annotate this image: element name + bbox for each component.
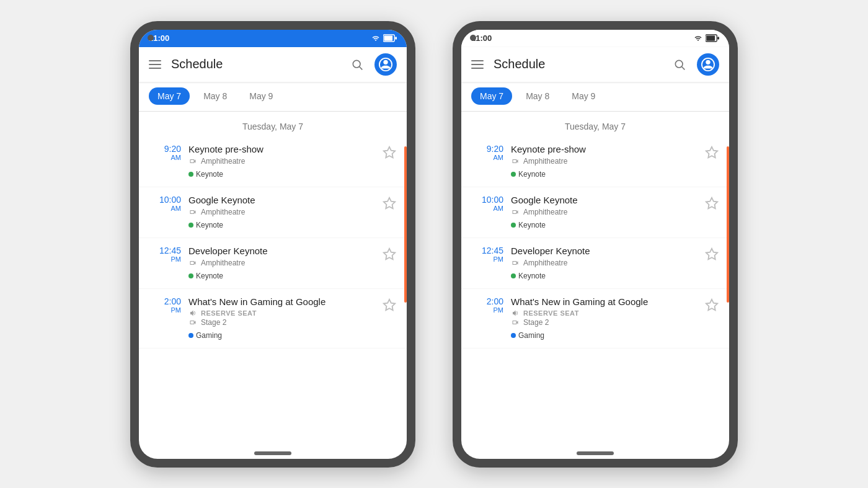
search-icon[interactable]: [672, 57, 687, 72]
session-item-2[interactable]: 12:45PMDeveloper Keynote AmphitheatreKey…: [461, 238, 729, 289]
schedule-scroll[interactable]: Tuesday, May 79:20AMKeynote pre-show Amp…: [139, 112, 407, 459]
svg-point-16: [706, 60, 710, 64]
status-bar: 11:00: [461, 30, 729, 47]
session-tag: Keynote: [188, 272, 223, 280]
session-location: Amphitheatre: [188, 259, 374, 267]
session-title: Google Keynote: [188, 195, 374, 205]
search-icon[interactable]: [350, 57, 365, 72]
phone-screen: 11:00 Schedule May 7May 8May 9Tuesday, M…: [461, 30, 729, 459]
camera-dot: [148, 35, 154, 41]
session-tag: Keynote: [511, 170, 546, 179]
tag-label: Keynote: [518, 272, 546, 280]
date-tab-2[interactable]: May 9: [563, 87, 604, 105]
reserve-badge: RESERVE SEAT: [511, 309, 697, 317]
menu-icon[interactable]: [149, 60, 161, 69]
tag-dot: [188, 223, 193, 228]
session-details: Developer Keynote AmphitheatreKeynote: [511, 246, 697, 281]
location-name: Amphitheatre: [201, 157, 245, 166]
session-item-2[interactable]: 12:45PMDeveloper Keynote AmphitheatreKey…: [139, 238, 407, 289]
session-time-hour: 2:00: [149, 296, 181, 307]
svg-rect-13: [717, 37, 719, 40]
day-header: Tuesday, May 7: [461, 112, 729, 136]
date-tab-2[interactable]: May 9: [241, 87, 281, 105]
session-item-3[interactable]: 2:00PMWhat's New in Gaming at Google RES…: [461, 289, 729, 348]
bookmark-icon[interactable]: [704, 145, 719, 160]
session-details: Google Keynote AmphitheatreKeynote: [188, 195, 374, 230]
session-time-period: PM: [149, 306, 181, 314]
session-item-3[interactable]: 2:00PMWhat's New in Gaming at Google RES…: [139, 289, 407, 348]
schedule-scroll[interactable]: Tuesday, May 79:20AMKeynote pre-show Amp…: [461, 112, 729, 459]
tag-label: Keynote: [196, 221, 223, 229]
session-item-0[interactable]: 9:20AMKeynote pre-show AmphitheatreKeyno…: [139, 136, 407, 187]
tag-label: Keynote: [518, 170, 546, 179]
session-time-period: AM: [471, 154, 503, 162]
location-name: Amphitheatre: [201, 259, 245, 267]
session-time-hour: 2:00: [471, 296, 503, 307]
date-tab-1[interactable]: May 8: [517, 87, 558, 105]
session-time-period: AM: [149, 205, 181, 213]
session-time-period: PM: [471, 306, 503, 314]
date-tabs: May 7May 8May 9: [461, 82, 729, 112]
svg-marker-8: [384, 197, 395, 208]
session-title: Google Keynote: [511, 195, 697, 205]
avatar-icon[interactable]: [374, 53, 397, 76]
bookmark-icon[interactable]: [382, 247, 397, 262]
session-time-hour: 10:00: [471, 195, 503, 205]
session-tag: Gaming: [511, 331, 544, 340]
tag-dot: [188, 172, 193, 177]
session-time: 12:45PM: [149, 246, 181, 264]
bookmark-icon[interactable]: [704, 196, 719, 211]
tag-label: Gaming: [518, 331, 544, 340]
session-location: Stage 2: [188, 318, 374, 327]
session-time: 10:00AM: [149, 195, 181, 213]
session-time-hour: 12:45: [471, 246, 503, 256]
session-title: Keynote pre-show: [188, 144, 374, 154]
session-item-1[interactable]: 10:00AMGoogle Keynote AmphitheatreKeynot…: [461, 187, 729, 238]
session-time: 2:00PM: [149, 296, 181, 315]
session-tag: Gaming: [188, 331, 222, 340]
avatar-icon[interactable]: [697, 53, 719, 76]
status-icons: [693, 34, 719, 42]
session-location: Amphitheatre: [188, 208, 374, 216]
session-details: Google Keynote AmphitheatreKeynote: [511, 195, 697, 230]
bookmark-icon[interactable]: [382, 145, 397, 160]
tag-dot: [188, 273, 193, 278]
session-time: 9:20AM: [471, 144, 503, 162]
phone-1: 11:00 Schedule May 7May 8May 9Tuesday, M…: [130, 21, 415, 468]
bookmark-icon[interactable]: [704, 298, 719, 313]
menu-icon[interactable]: [471, 60, 484, 69]
session-item-0[interactable]: 9:20AMKeynote pre-show AmphitheatreKeyno…: [461, 136, 729, 187]
session-location: Amphitheatre: [511, 208, 697, 216]
svg-marker-7: [384, 146, 395, 157]
date-tab-0[interactable]: May 7: [149, 87, 190, 105]
date-tab-0[interactable]: May 7: [471, 87, 512, 105]
session-title: Developer Keynote: [511, 246, 697, 256]
session-item-1[interactable]: 10:00AMGoogle Keynote AmphitheatreKeynot…: [139, 187, 407, 238]
bookmark-icon[interactable]: [382, 196, 397, 211]
session-location: Stage 2: [511, 318, 697, 327]
status-bar: 11:00: [139, 30, 407, 47]
svg-point-14: [675, 60, 683, 68]
schedule-content: Tuesday, May 79:20AMKeynote pre-show Amp…: [139, 112, 407, 459]
session-title: What's New in Gaming at Google: [511, 296, 697, 307]
bookmark-icon[interactable]: [382, 298, 397, 313]
session-details: Developer Keynote AmphitheatreKeynote: [188, 246, 374, 281]
reserve-label: RESERVE SEAT: [523, 309, 579, 317]
scroll-thumb: [727, 146, 729, 303]
session-tag: Keynote: [511, 272, 546, 280]
svg-marker-18: [706, 146, 717, 157]
phone-screen: 11:00 Schedule May 7May 8May 9Tuesday, M…: [139, 30, 407, 459]
bookmark-icon[interactable]: [704, 247, 719, 262]
tag-dot: [188, 333, 193, 338]
session-time: 12:45PM: [471, 246, 503, 264]
tag-dot: [511, 172, 516, 177]
session-time-period: AM: [471, 205, 503, 213]
tag-dot: [511, 273, 516, 278]
session-time-period: AM: [149, 154, 181, 162]
date-tab-1[interactable]: May 8: [195, 87, 236, 105]
svg-marker-10: [384, 299, 395, 309]
reserve-label: RESERVE SEAT: [201, 309, 257, 317]
session-details: What's New in Gaming at Google RESERVE S…: [511, 296, 697, 340]
session-title: What's New in Gaming at Google: [188, 296, 374, 307]
session-time-period: PM: [149, 255, 181, 264]
